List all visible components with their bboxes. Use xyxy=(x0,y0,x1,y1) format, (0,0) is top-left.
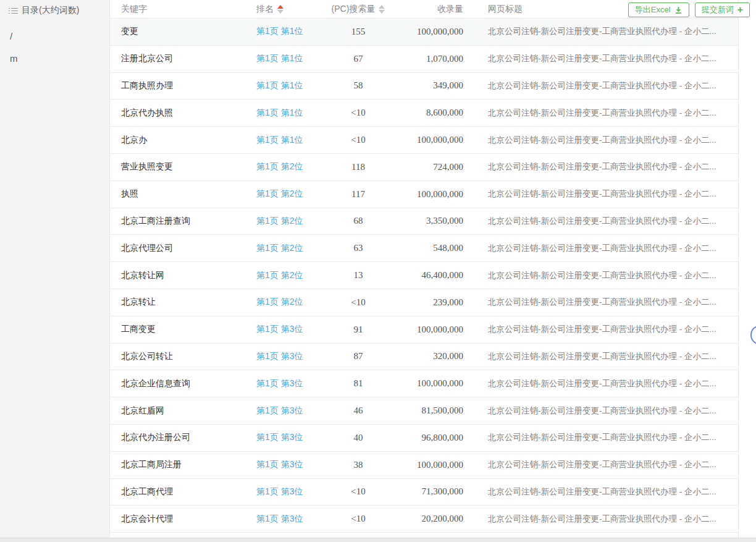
rank-link[interactable]: 第1页 第2位 xyxy=(256,297,303,307)
page-title-cell: 北京公司注销-新公司注册变更-工商营业执照代办理 - 企小二... xyxy=(463,80,738,91)
keyword-cell: 北京会计代理 xyxy=(110,514,256,525)
partial-next-row xyxy=(110,533,738,538)
pc-volume-cell: 118 xyxy=(327,162,389,172)
pc-volume-cell: 63 xyxy=(327,243,389,253)
pc-volume-cell: <10 xyxy=(327,297,389,308)
table-row: 北京工商代理 第1页 第3位 <10 71,300,000 北京公司注销-新公司… xyxy=(110,479,738,506)
rank-link[interactable]: 第1页 第3位 xyxy=(256,432,303,442)
export-excel-label: 导出Excel xyxy=(635,4,671,15)
keyword-cell: 北京代办注册公司 xyxy=(110,432,256,443)
rank-link[interactable]: 第1页 第3位 xyxy=(256,378,303,388)
pc-volume-cell: 155 xyxy=(327,27,389,37)
keyword-cell: 北京工商代理 xyxy=(110,486,256,498)
table-body: 变更 第1页 第1位 155 100,000,000 北京公司注销-新公司注册变… xyxy=(110,19,738,533)
keyword-cell: 北京代理公司 xyxy=(110,243,256,254)
index-volume-cell: 1,070,000 xyxy=(389,54,463,64)
keyword-cell: 工商变更 xyxy=(110,324,256,335)
keyword-cell: 北京办 xyxy=(110,135,256,146)
rank-link[interactable]: 第1页 第3位 xyxy=(256,405,303,415)
sort-icon-pc-volume[interactable] xyxy=(379,5,385,14)
sort-icon-rank[interactable] xyxy=(277,5,284,14)
rank-link[interactable]: 第1页 第2位 xyxy=(256,216,303,226)
page-title-cell: 北京公司注销-新公司注册变更-工商营业执照代办理 - 企小二... xyxy=(463,53,738,64)
keyword-cell: 北京公司转让 xyxy=(110,351,256,362)
submit-new-words-button[interactable]: 提交新词 + xyxy=(695,2,750,17)
column-header-pc-volume-sort[interactable]: (PC)搜索量 xyxy=(332,4,385,15)
rank-link[interactable]: 第1页 第2位 xyxy=(256,161,303,171)
pc-volume-cell: 40 xyxy=(327,433,389,443)
pc-volume-cell: <10 xyxy=(327,514,389,524)
index-volume-cell: 320,000 xyxy=(389,351,463,362)
pc-volume-cell: <10 xyxy=(327,108,389,118)
table-row: 营业执照变更 第1页 第2位 118 724,000 北京公司注销-新公司注册变… xyxy=(110,154,738,181)
table-row: 工商执照办理 第1页 第1位 58 349,000 北京公司注销-新公司注册变更… xyxy=(110,73,738,100)
rank-link[interactable]: 第1页 第1位 xyxy=(256,26,303,36)
keyword-cell: 北京企业信息查询 xyxy=(110,378,256,389)
rank-link[interactable]: 第1页 第3位 xyxy=(256,514,303,523)
table-row: 北京代理公司 第1页 第2位 63 548,000 北京公司注销-新公司注册变更… xyxy=(110,235,738,262)
page-title-cell: 北京公司注销-新公司注册变更-工商营业执照代办理 - 企小二... xyxy=(463,216,738,227)
rank-link[interactable]: 第1页 第2位 xyxy=(256,243,303,253)
index-volume-cell: 71,300,000 xyxy=(389,486,463,497)
page-title-cell: 北京公司注销-新公司注册变更-工商营业执照代办理 - 企小二... xyxy=(463,243,738,254)
index-volume-cell: 46,400,000 xyxy=(389,270,463,281)
table-row: 注册北京公司 第1页 第1位 67 1,070,000 北京公司注销-新公司注册… xyxy=(110,46,738,73)
column-header-keyword: 关键字 xyxy=(110,4,256,15)
pc-volume-cell: 117 xyxy=(327,189,389,200)
page-title-cell: 北京公司注销-新公司注册变更-工商营业执照代办理 - 企小二... xyxy=(463,351,738,362)
keyword-table: 关键字 排名 (PC)搜索量 收录量 网页标题 变更 第1页 第1位 155 1… xyxy=(110,0,739,538)
rank-link[interactable]: 第1页 第1位 xyxy=(256,135,303,145)
table-row: 北京红盾网 第1页 第3位 46 81,500,000 北京公司注销-新公司注册… xyxy=(110,397,738,425)
table-row: 北京工商局注册 第1页 第3位 38 100,000,000 北京公司注销-新公… xyxy=(110,452,738,479)
pc-volume-cell: 81 xyxy=(327,378,389,389)
table-row: 北京代办执照 第1页 第1位 <10 8,600,000 北京公司注销-新公司注… xyxy=(110,100,738,127)
page-title-cell: 北京公司注销-新公司注册变更-工商营业执照代办理 - 企小二... xyxy=(463,432,738,443)
keyword-cell: 营业执照变更 xyxy=(110,161,256,172)
page-title-cell: 北京公司注销-新公司注册变更-工商营业执照代办理 - 企小二... xyxy=(463,270,738,281)
download-icon xyxy=(674,6,682,14)
keyword-cell: 注册北京公司 xyxy=(110,53,256,64)
index-volume-cell: 349,000 xyxy=(389,80,463,91)
keyword-cell: 北京转让网 xyxy=(110,270,256,281)
keyword-cell: 北京工商注册查询 xyxy=(110,216,256,227)
pc-volume-cell: 38 xyxy=(327,460,389,470)
rank-link[interactable]: 第1页 第3位 xyxy=(256,351,303,361)
bottom-page-strip xyxy=(0,538,756,542)
page-title-cell: 北京公司注销-新公司注册变更-工商营业执照代办理 - 企小二... xyxy=(463,188,738,200)
table-row: 北京代办注册公司 第1页 第3位 40 96,800,000 北京公司注销-新公… xyxy=(110,425,738,452)
keyword-cell: 北京代办执照 xyxy=(110,108,256,119)
index-volume-cell: 100,000,000 xyxy=(389,460,463,470)
index-volume-cell: 20,200,000 xyxy=(389,514,463,524)
rank-link[interactable]: 第1页 第3位 xyxy=(256,486,303,496)
rank-link[interactable]: 第1页 第3位 xyxy=(256,459,303,469)
rank-link[interactable]: 第1页 第1位 xyxy=(256,53,303,63)
page-title-cell: 北京公司注销-新公司注册变更-工商营业执照代办理 - 企小二... xyxy=(463,324,738,335)
index-volume-cell: 100,000,000 xyxy=(389,378,463,389)
pc-volume-cell: 91 xyxy=(327,324,389,335)
directory-item-m[interactable]: m xyxy=(10,53,109,63)
pc-volume-cell: 87 xyxy=(327,351,389,362)
rank-link[interactable]: 第1页 第2位 xyxy=(256,188,303,198)
column-header-rank: 排名 xyxy=(256,4,274,15)
pc-volume-cell: 58 xyxy=(327,80,389,91)
index-volume-cell: 8,600,000 xyxy=(389,108,463,118)
page-title-cell: 北京公司注销-新公司注册变更-工商营业执照代办理 - 企小二... xyxy=(463,514,738,525)
rank-link[interactable]: 第1页 第1位 xyxy=(256,80,303,90)
export-excel-button[interactable]: 导出Excel xyxy=(628,2,689,17)
page-title-cell: 北京公司注销-新公司注册变更-工商营业执照代办理 - 企小二... xyxy=(463,378,738,389)
rank-link[interactable]: 第1页 第1位 xyxy=(256,108,303,117)
index-volume-cell: 548,000 xyxy=(389,243,463,253)
table-row: 北京公司转让 第1页 第3位 87 320,000 北京公司注销-新公司注册变更… xyxy=(110,344,738,371)
rank-link[interactable]: 第1页 第2位 xyxy=(256,270,303,280)
rank-link[interactable]: 第1页 第3位 xyxy=(256,324,303,334)
index-volume-cell: 239,000 xyxy=(389,297,463,308)
directory-item-root[interactable]: / xyxy=(10,31,109,41)
index-volume-cell: 3,350,000 xyxy=(389,216,463,226)
list-icon xyxy=(9,8,17,14)
page-title-cell: 北京公司注销-新公司注册变更-工商营业执照代办理 - 企小二... xyxy=(463,486,738,498)
floating-widget-edge[interactable] xyxy=(750,326,756,344)
table-row: 北京会计代理 第1页 第3位 <10 20,200,000 北京公司注销-新公司… xyxy=(110,506,738,533)
table-row: 北京企业信息查询 第1页 第3位 81 100,000,000 北京公司注销-新… xyxy=(110,370,738,397)
page-title-cell: 北京公司注销-新公司注册变更-工商营业执照代办理 - 企小二... xyxy=(463,297,738,308)
column-header-rank-sort[interactable]: 排名 xyxy=(256,4,284,15)
